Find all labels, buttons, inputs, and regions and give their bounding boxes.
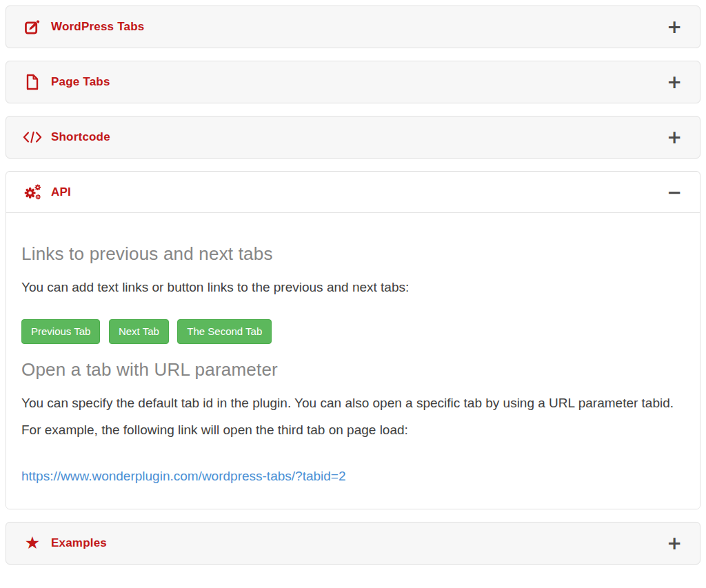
file-icon	[23, 74, 42, 90]
section-heading-links: Links to previous and next tabs	[21, 243, 685, 265]
edit-icon	[23, 19, 42, 35]
section-paragraph-url-parameter: You can specify the default tab id in th…	[21, 390, 685, 444]
panel-title: API	[51, 185, 71, 199]
expand-plus-icon[interactable]: +	[667, 73, 682, 91]
panel-shortcode: Shortcode +	[6, 116, 700, 159]
star-icon: ★	[23, 534, 42, 551]
expand-plus-icon[interactable]: +	[667, 128, 682, 146]
panel-header-examples[interactable]: ★ Examples +	[6, 523, 700, 564]
code-icon	[23, 131, 42, 143]
expand-plus-icon[interactable]: +	[667, 18, 682, 36]
panel-title: Page Tabs	[51, 75, 110, 89]
previous-tab-button[interactable]: Previous Tab	[21, 319, 100, 344]
demo-button-row: Previous Tab Next Tab The Second Tab	[21, 319, 685, 344]
panel-header-api[interactable]: API −	[6, 172, 700, 213]
panel-title: Examples	[51, 536, 107, 550]
panel-title: WordPress Tabs	[51, 20, 144, 34]
expand-plus-icon[interactable]: +	[667, 534, 682, 552]
panel-examples: ★ Examples +	[6, 522, 700, 565]
section-paragraph-links: You can add text links or button links t…	[21, 274, 685, 301]
panel-header-shortcode[interactable]: Shortcode +	[6, 116, 700, 158]
panel-header-page-tabs[interactable]: Page Tabs +	[6, 61, 700, 103]
panel-wordpress-tabs: WordPress Tabs +	[6, 6, 700, 48]
panel-header-wordpress-tabs[interactable]: WordPress Tabs +	[6, 6, 700, 48]
collapse-minus-icon[interactable]: −	[667, 183, 682, 201]
panel-api: API − Links to previous and next tabs Yo…	[6, 171, 700, 509]
panel-page-tabs: Page Tabs +	[6, 61, 700, 103]
panel-title: Shortcode	[51, 130, 110, 144]
second-tab-button[interactable]: The Second Tab	[177, 319, 272, 344]
help-accordion: WordPress Tabs + Page Tabs +	[6, 6, 700, 565]
section-heading-url-parameter: Open a tab with URL parameter	[21, 359, 685, 381]
tabid-url-link[interactable]: https://www.wonderplugin.com/wordpress-t…	[21, 469, 346, 484]
api-panel-content: Links to previous and next tabs You can …	[6, 213, 700, 509]
next-tab-button[interactable]: Next Tab	[109, 319, 169, 344]
gears-icon	[23, 183, 42, 201]
